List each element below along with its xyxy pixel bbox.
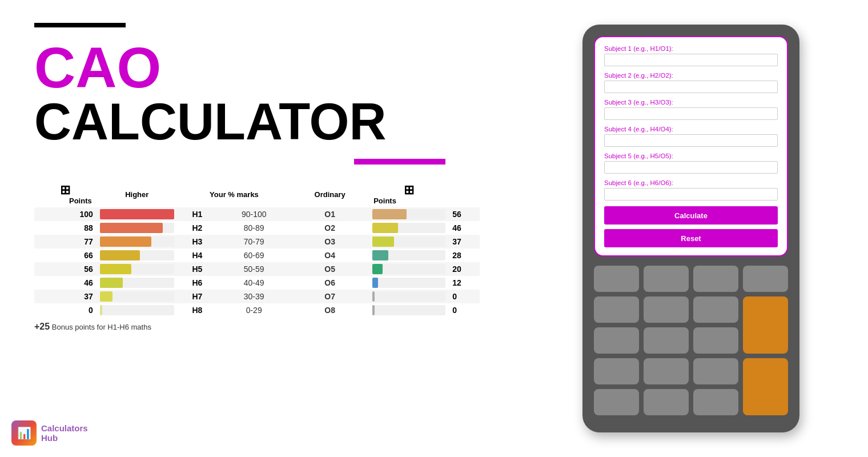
logo-line2: Hub [41,433,88,443]
table-row: 77 H3 70-79 O3 37 [34,235,480,248]
ordinary-bar-container [372,250,445,260]
subject4-input[interactable] [604,134,778,147]
higher-bar-cell [97,276,178,290]
key-11[interactable] [594,358,639,384]
points-left-cell: 0 [34,303,97,317]
calculator-keypad [594,266,788,415]
reset-button[interactable]: Reset [604,229,778,247]
key-2[interactable] [644,266,689,292]
key-15[interactable] [644,389,689,415]
o-code-label: O8 [291,303,369,317]
o-code-label: O7 [291,290,369,303]
key-orange-tall-2[interactable] [743,358,788,415]
higher-bar-container [100,278,174,288]
range-cell: 60-69 [217,248,291,262]
subject2-label: Subject 2 (e.g., H2/O2): [604,72,778,79]
key-10[interactable] [693,327,738,354]
logo-text: Calculators Hub [41,423,88,443]
key-7[interactable] [693,296,738,323]
o-code-label: O2 [291,221,369,235]
ordinary-bar-container [372,291,445,302]
subject6-input[interactable] [604,188,778,201]
key-14[interactable] [594,389,639,415]
range-cell: 0-29 [217,303,291,317]
subject5-label: Subject 5 (e.g., H5/O5): [604,153,778,159]
points-right-cell: 12 [449,276,480,290]
h-grade-label: H2 [178,221,217,235]
higher-bar-container [100,305,174,315]
logo-area: 📊 Calculators Hub [11,420,88,446]
table-row: 46 H6 40-49 O6 12 [34,276,480,290]
ordinary-bar [372,305,375,315]
higher-bar-cell [97,248,178,262]
ordinary-bar-container [372,264,445,274]
subject3-label: Subject 3 (e.g., H3/O3): [604,99,778,106]
points-left-cell: 66 [34,248,97,262]
ordinary-bar-cell [369,235,449,248]
range-cell: 40-49 [217,276,291,290]
subject3-input[interactable] [604,107,778,120]
h-grade-label: H5 [178,262,217,276]
range-cell: 50-59 [217,262,291,276]
higher-bar [100,264,131,274]
higher-bar-container [100,209,174,219]
points-left-cell: 56 [34,262,97,276]
ordinary-bar-cell [369,207,449,221]
key-9[interactable] [644,327,689,354]
higher-bar-cell [97,207,178,221]
calculator-device: Subject 1 (e.g., H1/O1): Subject 2 (e.g.… [582,25,799,432]
col-header-points-right: ⊞ Points [369,182,449,207]
key-orange-tall-1[interactable] [743,296,788,354]
key-5[interactable] [594,296,639,323]
range-cell: 30-39 [217,290,291,303]
title-calculator: CALCULATOR [34,96,480,147]
calculate-button[interactable]: Calculate [604,206,778,225]
ordinary-bar [372,250,388,260]
subject1-label: Subject 1 (e.g., H1/O1): [604,45,778,52]
subject4-group: Subject 4 (e.g., H4/O4): [604,126,778,147]
key-13[interactable] [693,358,738,384]
col-header-your-marks: Your % marks [178,182,291,207]
points-right-cell: 56 [449,207,480,221]
higher-bar-cell [97,290,178,303]
points-right-cell: 46 [449,221,480,235]
table-row: 56 H5 50-59 O5 20 [34,262,480,276]
right-section: Subject 1 (e.g., H1/O1): Subject 2 (e.g.… [514,0,868,457]
key-3[interactable] [693,266,738,292]
points-right-cell: 0 [449,290,480,303]
key-1[interactable] [594,266,639,292]
subject6-label: Subject 6 (e.g., H6/O6): [604,179,778,186]
higher-bar [100,305,102,315]
subject1-input[interactable] [604,54,778,66]
higher-bar [100,223,163,233]
higher-bar-cell [97,262,178,276]
ordinary-bar-container [372,223,445,233]
points-right-cell: 20 [449,262,480,276]
key-6[interactable] [644,296,689,323]
purple-accent-bar [354,159,445,165]
decorative-bar [34,23,126,27]
higher-bar [100,291,112,302]
subject5-group: Subject 5 (e.g., H5/O5): [604,153,778,174]
ordinary-bar [372,223,398,233]
range-cell: 90-100 [217,207,291,221]
o-code-label: O6 [291,276,369,290]
key-12[interactable] [644,358,689,384]
ordinary-bar-container [372,209,445,219]
ordinary-bar-container [372,305,445,315]
higher-bar-cell [97,235,178,248]
higher-bar [100,278,123,288]
subject5-input[interactable] [604,161,778,174]
higher-bar-container [100,250,174,260]
points-left-cell: 46 [34,276,97,290]
range-cell: 80-89 [217,221,291,235]
subject1-group: Subject 1 (e.g., H1/O1): [604,45,778,66]
key-16[interactable] [693,389,738,415]
key-8[interactable] [594,327,639,354]
ordinary-bar-cell [369,262,449,276]
higher-bar [100,209,174,219]
key-4[interactable] [743,266,788,292]
subject2-input[interactable] [604,81,778,93]
points-right-cell: 28 [449,248,480,262]
h-grade-label: H4 [178,248,217,262]
